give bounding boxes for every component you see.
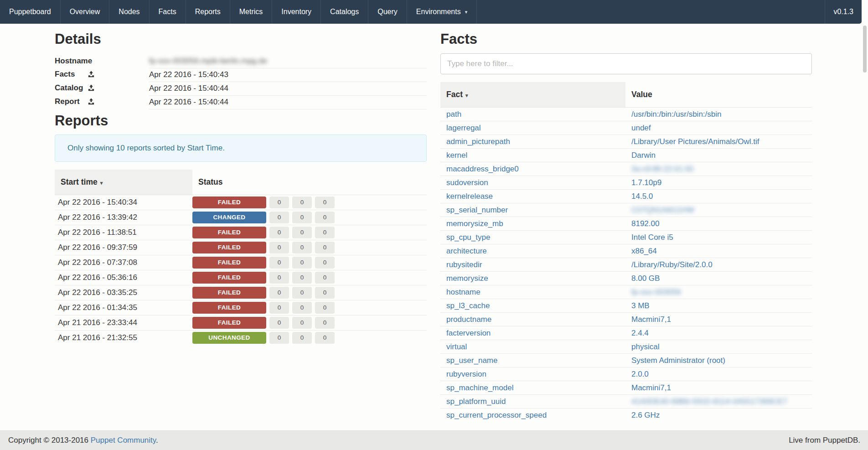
fact-value-link[interactable]: System Administrator (root)	[631, 356, 725, 365]
fact-name-link[interactable]: memorysize_mb	[446, 219, 503, 228]
fact-value-link[interactable]: /usr/bin:/bin:/usr/sbin:/sbin	[631, 110, 721, 119]
fact-row: sp_serial_number C07QN1A6G1HW	[440, 203, 812, 217]
fact-value-link[interactable]: 8192.00	[631, 219, 659, 228]
detail-value: Apr 22 2016 - 15:40:44	[149, 82, 427, 95]
environments-dropdown[interactable]: Environments ▾	[407, 0, 477, 24]
fact-value-link[interactable]: 8.00 GB	[631, 274, 660, 283]
value-header[interactable]: Value	[625, 82, 812, 108]
fact-name-link[interactable]: sp_serial_number	[446, 206, 508, 214]
detail-row: Report Apr 22 2016 - 15:40:44	[55, 95, 427, 109]
report-count-badge: 0	[315, 302, 335, 314]
fact-row: sp_machine_model Macmini7,1	[440, 381, 812, 395]
report-row: Apr 21 2016 - 21:32:55 UNCHANGED000	[55, 330, 427, 345]
fact-name-link[interactable]: rubysitedir	[446, 260, 482, 269]
nav-item-overview[interactable]: Overview	[61, 0, 110, 24]
detail-label: Report	[55, 97, 88, 106]
sort-caret-icon: ▾	[465, 93, 468, 98]
fact-name-link[interactable]: virtual	[446, 342, 467, 351]
fact-value-link[interactable]: Darwin	[631, 151, 656, 160]
fact-name-link[interactable]: hostname	[446, 288, 480, 296]
fact-value-link[interactable]: 3a:c9:86:22:01:00	[631, 165, 693, 174]
report-count-badge: 0	[315, 227, 335, 238]
fact-value-link[interactable]: Macmini7,1	[631, 383, 671, 392]
fact-name-link[interactable]: kernel	[446, 151, 467, 160]
report-start-time: Apr 22 2016 - 15:40:34	[55, 195, 192, 210]
upload-icon[interactable]	[88, 84, 94, 93]
reports-table: Start time▾ Status Apr 22 2016 - 15:40:3…	[55, 170, 427, 346]
nav-item-catalogs[interactable]: Catalogs	[321, 0, 368, 24]
nav-item-nodes[interactable]: Nodes	[109, 0, 149, 24]
fact-header[interactable]: Fact▾	[440, 82, 625, 108]
report-count-badge: 0	[269, 332, 289, 344]
fact-name-link[interactable]: sudoversion	[446, 178, 488, 187]
fact-row: productname Macmini7,1	[440, 313, 812, 326]
fact-value-link[interactable]: physical	[631, 342, 659, 351]
fact-row: architecture x86_64	[440, 244, 812, 258]
fact-row: sp_platform_uuid 41A0DE40-69B6-591D-8114…	[440, 395, 812, 409]
version-label: v0.1.3	[825, 0, 862, 24]
fact-row: rubysitedir /Library/Ruby/Site/2.0.0	[440, 258, 812, 272]
status-header[interactable]: Status	[192, 170, 427, 195]
fact-value-link[interactable]: 2.6 GHz	[631, 411, 660, 419]
report-start-time: Apr 22 2016 - 09:37:59	[55, 240, 192, 255]
report-row: Apr 22 2016 - 07:37:08 FAILED000	[55, 255, 427, 270]
fact-value-link[interactable]: 2.0.0	[631, 370, 649, 378]
report-row: Apr 22 2016 - 15:40:34 FAILED000	[55, 195, 427, 210]
fact-name-link[interactable]: sp_cpu_type	[446, 233, 490, 242]
report-count-badge: 0	[269, 197, 289, 208]
fact-value-link[interactable]: C07QN1A6G1HW	[631, 206, 694, 215]
upload-icon[interactable]	[88, 98, 94, 107]
fact-name-link[interactable]: sp_current_processor_speed	[446, 411, 547, 419]
fact-name-link[interactable]: sp_user_name	[446, 356, 497, 365]
fact-value-link[interactable]: Intel Core i5	[631, 233, 673, 242]
fact-name-link[interactable]: sp_l3_cache	[446, 301, 490, 310]
fact-row: facterversion 2.4.4	[440, 326, 812, 340]
fact-value-link[interactable]: Macmini7,1	[631, 315, 671, 324]
fact-value-link[interactable]: 2.4.4	[631, 329, 649, 337]
navbar: Puppetboard OverviewNodesFactsReportsMet…	[0, 0, 862, 24]
nav-item-metrics[interactable]: Metrics	[230, 0, 273, 24]
nav-item-facts[interactable]: Facts	[150, 0, 186, 24]
fact-value-link[interactable]: /Library/Ruby/Site/2.0.0	[631, 260, 713, 269]
report-count-badge: 0	[315, 212, 335, 223]
scrollbar-track[interactable]	[862, 0, 868, 430]
report-count-badge: 0	[292, 257, 312, 269]
fact-header-label: Fact	[446, 90, 463, 99]
fact-name-link[interactable]: admin_picturepath	[446, 137, 510, 146]
fact-name-link[interactable]: sp_platform_uuid	[446, 397, 506, 406]
fact-name-link[interactable]: facterversion	[446, 329, 491, 337]
nav-item-reports[interactable]: Reports	[186, 0, 230, 24]
fact-value-link[interactable]: 1.7.10p9	[631, 178, 661, 187]
fact-value-link[interactable]: 14.5.0	[631, 192, 653, 201]
reports-notice: Only showing 10 reports sorted by Start …	[55, 134, 427, 162]
report-count-badge: 0	[292, 332, 312, 344]
fact-value-link[interactable]: fp-osx-003056	[631, 288, 681, 297]
navbar-brand[interactable]: Puppetboard	[0, 0, 61, 24]
fact-value-link[interactable]: x86_64	[631, 247, 657, 255]
fact-value-link[interactable]: 41A0DE40-69B6-591D-8114-0A5517369CE7	[631, 397, 787, 406]
nav-item-query[interactable]: Query	[368, 0, 407, 24]
fact-name-link[interactable]: path	[446, 110, 461, 119]
fact-value-link[interactable]: /Library/User Pictures/Animals/Owl.tif	[631, 137, 760, 146]
facts-filter-input[interactable]	[440, 53, 812, 74]
fact-name-link[interactable]: productname	[446, 315, 491, 324]
nav-item-inventory[interactable]: Inventory	[272, 0, 321, 24]
fact-row: kernel Darwin	[440, 149, 812, 162]
fact-name-link[interactable]: sp_machine_model	[446, 383, 513, 392]
fact-name-link[interactable]: architecture	[446, 247, 487, 255]
fact-name-link[interactable]: memorysize	[446, 274, 488, 283]
fact-name-link[interactable]: rubyversion	[446, 370, 486, 378]
report-count-badge: 0	[315, 257, 335, 269]
fact-value-link[interactable]: 3 MB	[631, 301, 650, 310]
fact-value-link[interactable]: undef	[631, 124, 651, 132]
status-badge: CHANGED	[192, 212, 266, 223]
scrollbar-thumb[interactable]	[863, 26, 867, 72]
fact-name-link[interactable]: macaddress_bridge0	[446, 165, 519, 173]
fact-name-link[interactable]: lagerregal	[446, 124, 481, 132]
fact-name-link[interactable]: kernelrelease	[446, 192, 493, 201]
copyright-text: Copyright © 2013-2016 Puppet Community.	[8, 436, 158, 445]
start-time-header[interactable]: Start time▾	[55, 170, 192, 195]
report-count-badge: 0	[292, 302, 312, 314]
puppet-community-link[interactable]: Puppet Community	[91, 436, 156, 445]
upload-icon[interactable]	[88, 71, 94, 80]
